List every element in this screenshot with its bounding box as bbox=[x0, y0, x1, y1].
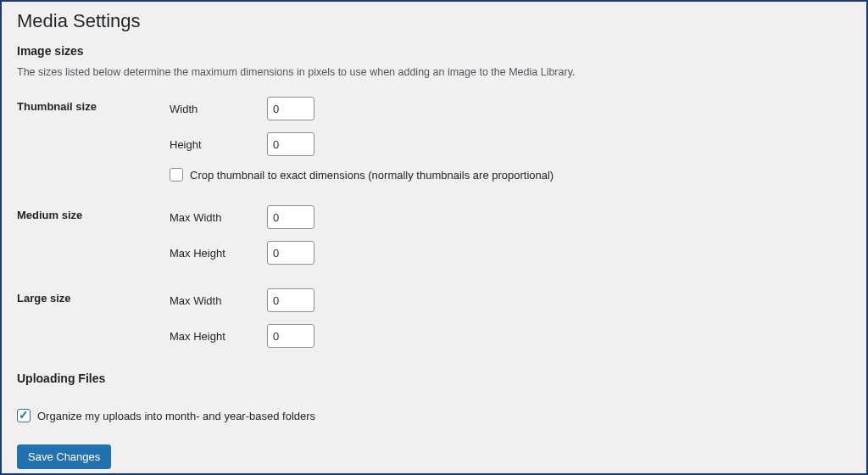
save-changes-button[interactable]: Save Changes bbox=[17, 444, 111, 469]
large-max-width-input[interactable] bbox=[267, 288, 314, 312]
image-sizes-description: The sizes listed below determine the max… bbox=[17, 66, 851, 78]
thumbnail-width-label: Width bbox=[170, 103, 267, 115]
large-max-height-label: Max Height bbox=[170, 330, 267, 343]
large-size-row: Large size Max Width Max Height bbox=[17, 288, 851, 348]
large-size-label: Large size bbox=[17, 288, 170, 305]
image-sizes-heading: Image sizes bbox=[17, 44, 851, 58]
medium-max-width-input[interactable] bbox=[267, 205, 314, 229]
thumbnail-height-input[interactable] bbox=[267, 132, 314, 156]
large-max-width-label: Max Width bbox=[170, 294, 267, 307]
thumbnail-width-input[interactable] bbox=[267, 97, 314, 120]
thumbnail-crop-label: Crop thumbnail to exact dimensions (norm… bbox=[190, 169, 554, 182]
thumbnail-height-label: Height bbox=[170, 138, 267, 151]
medium-size-row: Medium size Max Width Max Height bbox=[17, 205, 851, 265]
page-title: Media Settings bbox=[17, 10, 851, 32]
medium-size-label: Medium size bbox=[17, 205, 170, 221]
thumbnail-size-row: Thumbnail size Width Height Crop thumbna… bbox=[17, 97, 851, 182]
thumbnail-crop-checkbox[interactable] bbox=[170, 168, 183, 182]
medium-max-height-label: Max Height bbox=[170, 247, 267, 260]
medium-max-height-input[interactable] bbox=[267, 241, 314, 265]
uploading-files-heading: Uploading Files bbox=[17, 372, 851, 385]
medium-max-width-label: Max Width bbox=[170, 211, 267, 224]
organize-uploads-label: Organize my uploads into month- and year… bbox=[37, 410, 315, 422]
organize-uploads-checkbox[interactable] bbox=[17, 409, 31, 422]
thumbnail-size-label: Thumbnail size bbox=[17, 97, 170, 113]
large-max-height-input[interactable] bbox=[267, 324, 314, 348]
